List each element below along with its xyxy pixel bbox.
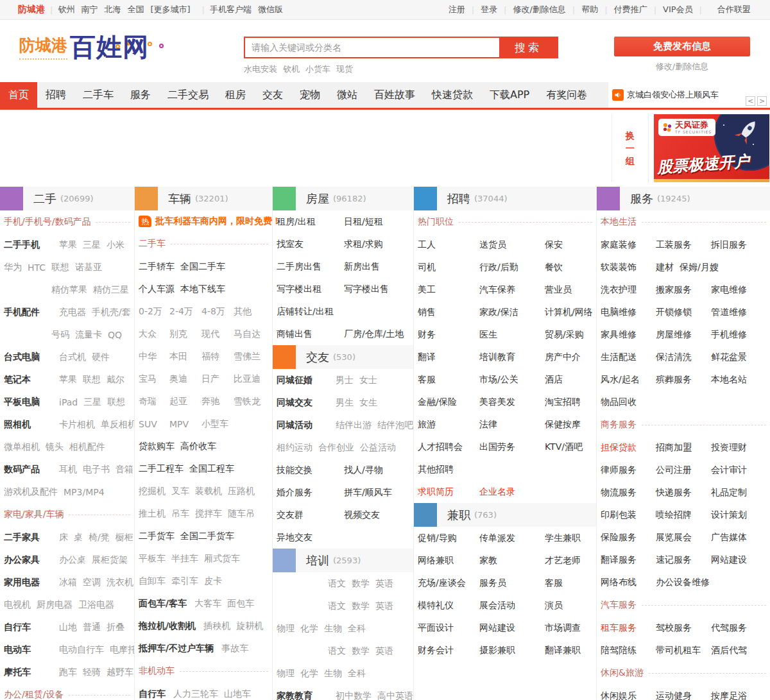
category-link[interactable]: 数学 [352, 578, 370, 590]
category-link[interactable]: 出国劳务 [479, 441, 545, 453]
category-link[interactable]: 担保贷款 [601, 442, 656, 454]
column-title[interactable]: 二手 [33, 191, 56, 207]
category-link[interactable]: 合作创业 [318, 442, 354, 454]
category-link[interactable]: 代驾服务 [711, 622, 747, 634]
category-link[interactable]: 搬家服务 [656, 284, 711, 296]
category-link[interactable]: 婚介服务 [277, 487, 344, 499]
category-link[interactable]: 自行车 [139, 688, 166, 700]
nav-item-二手交易[interactable]: 二手交易 [159, 82, 217, 108]
category-link[interactable]: 牵引车 [171, 576, 198, 587]
category-link[interactable]: 美工 [418, 284, 479, 296]
publish-button[interactable]: 免费发布信息 [614, 37, 750, 56]
category-link[interactable]: 电动自行车 [59, 644, 104, 656]
category-link[interactable]: 个人车源 [139, 284, 175, 295]
city-link[interactable]: 南宁 [81, 4, 98, 14]
category-link[interactable]: 喷绘招牌 [656, 509, 711, 521]
ad-tianfeng-securities[interactable]: 天风证券 TF SECURITIES 股票极速开户 [654, 114, 769, 182]
category-link[interactable]: 求租/求购 [344, 239, 383, 250]
category-link[interactable]: 别克 [169, 329, 201, 340]
category-link[interactable]: 平板电脑 [4, 397, 51, 408]
category-link[interactable]: 奔驰 [201, 396, 234, 407]
category-link[interactable]: 化学 [300, 623, 318, 635]
category-link[interactable]: 日产 [201, 373, 234, 385]
category-link[interactable]: 语文 [328, 645, 346, 657]
category-link[interactable]: 诺基亚 [75, 262, 102, 273]
announcement-prev-button[interactable]: < [746, 96, 755, 106]
category-link[interactable]: 台式机 [59, 352, 86, 363]
category-link[interactable]: 促销/导购 [418, 533, 479, 544]
category-link[interactable]: 小米 [107, 239, 124, 251]
category-link[interactable]: 速记服务 [656, 554, 711, 566]
category-link[interactable]: 电子书 [83, 464, 110, 475]
category-link[interactable]: 写字楼出租 [277, 284, 344, 295]
user-link[interactable]: 付费推广 [614, 4, 647, 15]
category-link[interactable]: 单反相机 [101, 419, 134, 431]
nav-item-下载APP[interactable]: 下载APP [481, 82, 538, 108]
category-link[interactable]: 店铺转让/出租 [277, 306, 334, 318]
category-link[interactable]: 异地交友 [277, 532, 312, 543]
category-link[interactable]: 电动车 [4, 644, 51, 656]
category-link[interactable]: 冰箱 [59, 577, 77, 588]
category-link[interactable]: 汽车保养 [479, 284, 545, 296]
search-button[interactable]: 搜索 [499, 38, 557, 57]
category-link[interactable]: 驾校服务 [656, 622, 711, 634]
category-link[interactable]: 开锁修锁 [656, 307, 711, 318]
category-link[interactable]: 0-2万 [139, 306, 169, 318]
category-link[interactable]: 数学 [352, 601, 370, 612]
category-link[interactable]: 本地下线车 [180, 284, 225, 295]
category-link[interactable]: 厢式货车 [204, 553, 240, 565]
category-link[interactable]: 物流服务 [601, 487, 656, 499]
category-link[interactable]: 礼品定制 [711, 487, 747, 499]
category-link[interactable]: 找室友 [277, 239, 344, 250]
category-link[interactable]: 广告媒体 [711, 532, 747, 543]
category-link[interactable]: 卫浴电器 [78, 599, 114, 611]
category-link[interactable]: 推土机 [139, 508, 166, 520]
user-link[interactable]: 登录 [481, 4, 497, 15]
category-link[interactable]: 吊车 [171, 508, 189, 520]
user-link[interactable]: 注册 [449, 4, 465, 15]
category-link[interactable]: 联想 [83, 374, 101, 386]
category-link[interactable]: 搅拌车 [195, 508, 222, 520]
category-link[interactable]: 其他 [234, 306, 252, 318]
category-link[interactable]: 家教教育 [277, 690, 328, 700]
category-link[interactable]: 培训教育 [479, 352, 545, 363]
category-link[interactable]: 管道维修 [711, 307, 747, 318]
category-link[interactable]: 压路机 [228, 486, 255, 497]
category-link[interactable]: 相机配件 [69, 441, 105, 453]
hot-word-link[interactable]: 钦机 [283, 64, 300, 74]
mobile-link[interactable]: 手机客户端 [210, 4, 252, 14]
category-link[interactable]: 抵押车/不过户车辆 [139, 643, 214, 654]
category-link[interactable]: 印刷包装 [601, 509, 656, 521]
city-link[interactable]: 钦州 [58, 4, 74, 14]
category-link[interactable]: 办公家具 [4, 554, 51, 566]
category-link[interactable]: 物理 [277, 623, 295, 635]
city-link[interactable]: [更多城市] [150, 4, 190, 14]
category-link[interactable]: QQ [108, 330, 122, 340]
category-link[interactable]: 家用电器 [4, 577, 51, 588]
category-link[interactable]: 随车吊 [228, 508, 255, 520]
category-link[interactable]: 保洁清洗 [656, 352, 711, 363]
nav-item-服务[interactable]: 服务 [122, 82, 159, 108]
hot-promo-link[interactable]: 批车利器车商内网，限时免费！ [155, 216, 281, 227]
category-link[interactable]: 软装装饰 [601, 262, 656, 273]
category-link[interactable]: 公司注册 [656, 465, 711, 476]
nav-item-租房[interactable]: 租房 [217, 82, 254, 108]
user-link[interactable]: 帮助 [581, 4, 598, 15]
category-link[interactable]: 照相机 [4, 419, 51, 431]
category-link[interactable]: 展会活动 [479, 600, 545, 611]
category-link[interactable]: 2-4万 [169, 306, 201, 318]
category-link[interactable]: 传单派发 [479, 533, 545, 544]
category-link[interactable]: 快递服务 [656, 487, 711, 499]
category-link[interactable]: 销售 [418, 307, 479, 318]
category-link[interactable]: 客服 [418, 374, 479, 386]
category-link[interactable]: 保安 [545, 239, 563, 251]
category-link[interactable]: 餐饮 [545, 262, 563, 273]
category-link[interactable]: 家具维修 [601, 329, 656, 341]
category-link[interactable]: 精仿苹果 [51, 284, 87, 296]
category-link[interactable]: 二手家具 [4, 532, 51, 543]
column-title[interactable]: 培训 [306, 553, 329, 568]
category-link[interactable]: 酒后代驾 [711, 645, 747, 656]
category-link[interactable]: 奇瑞 [139, 396, 169, 407]
category-link[interactable]: 手机壳/套 [92, 307, 131, 318]
category-link[interactable]: 金融/保险 [418, 397, 479, 408]
